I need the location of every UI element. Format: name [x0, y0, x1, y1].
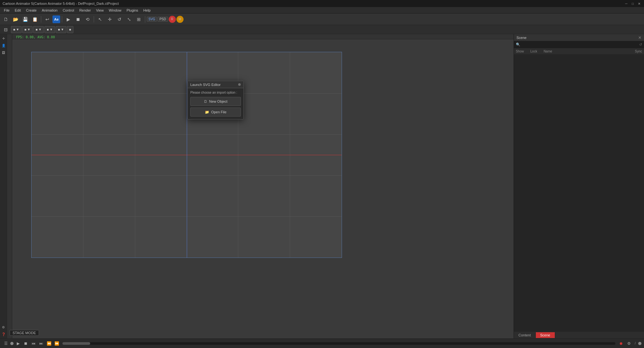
- menu-view[interactable]: View: [93, 8, 106, 13]
- select-tool[interactable]: ↖: [96, 15, 105, 24]
- timeline-step-forward[interactable]: ⏭: [38, 340, 44, 347]
- timeline-rewind[interactable]: ⏪: [46, 340, 52, 347]
- menu-plugins[interactable]: Plugins: [124, 8, 141, 13]
- menu-edit[interactable]: Edit: [12, 8, 24, 13]
- scene-panel-header: Scene ✕: [514, 34, 644, 41]
- sec-btn-1[interactable]: ■ ▼: [11, 26, 22, 33]
- menu-control[interactable]: Control: [60, 8, 77, 13]
- scene-search-input[interactable]: [522, 43, 638, 47]
- scene-columns: Show Lock Name Sync: [514, 48, 644, 55]
- secondary-toolbar: ⊟ ■ ▼ ■ ▼ ■ ▼ ■ ▼ ■ ▼ ■: [0, 25, 644, 34]
- sec-btn-6[interactable]: ■: [67, 26, 73, 33]
- separator-1: [41, 16, 41, 23]
- timeline-play-button[interactable]: ▶: [15, 340, 21, 347]
- sec-btn-4[interactable]: ■ ▼: [44, 26, 55, 33]
- save-as-button[interactable]: 📋: [30, 15, 39, 24]
- menu-help[interactable]: Help: [141, 8, 153, 13]
- move-tool[interactable]: ✛: [105, 15, 114, 24]
- svg-dialog-close-button[interactable]: ⊗: [238, 82, 241, 87]
- stage[interactable]: [31, 52, 342, 258]
- grid-view-button[interactable]: ⊟: [1, 25, 10, 34]
- scene-panel-title: Scene: [516, 36, 526, 40]
- undo-button[interactable]: ↩: [43, 15, 52, 24]
- center-vertical-line: [187, 52, 187, 258]
- new-button[interactable]: 🗋: [1, 15, 10, 24]
- document-icon: 🗋: [204, 99, 207, 103]
- sidebar-tool-5[interactable]: ❓: [1, 331, 6, 337]
- sidebar-tool-4[interactable]: ⚙: [1, 324, 6, 330]
- svg-badge[interactable]: SVG: [147, 17, 157, 22]
- timeline-track[interactable]: [62, 342, 615, 345]
- menu-window[interactable]: Window: [106, 8, 124, 13]
- bottom-tabs: Content Scene: [514, 331, 644, 338]
- save-button[interactable]: 💾: [21, 15, 30, 24]
- reallusion-icon[interactable]: R: [169, 16, 176, 23]
- fps-display: FPS: 0.00, AVG: 0.00: [16, 35, 55, 39]
- svg-editor-dialog[interactable]: Launch SVG Editor ⊗ Please choose an imp…: [187, 81, 244, 119]
- sec-btn-2[interactable]: ■ ▼: [22, 26, 33, 33]
- separator-4: [145, 16, 145, 23]
- scale-tool[interactable]: ⤡: [125, 15, 134, 24]
- tab-content[interactable]: Content: [514, 332, 536, 338]
- timeline-stop-button[interactable]: ⏹: [23, 340, 29, 347]
- rotate-tool[interactable]: ↺: [115, 15, 124, 24]
- main-toolbar: 🗋 📂 💾 📋 ↩ Ae ▶ ⏹ ⟲ ↖ ✛ ↺ ⤡ ⊞ SVG PSD R M: [0, 14, 644, 25]
- svg-dialog-body: Please choose an import option : 🗋 New O…: [188, 88, 243, 119]
- timeline-list-button[interactable]: ☰: [3, 340, 9, 347]
- stage-mode-label: STAGE MODE: [10, 330, 39, 336]
- timeline-indicator[interactable]: [10, 342, 14, 345]
- stop-button[interactable]: ⏹: [73, 15, 82, 24]
- maximize-button[interactable]: □: [630, 1, 635, 6]
- tab-scene[interactable]: Scene: [536, 332, 555, 338]
- marketplace-icon[interactable]: M: [176, 16, 184, 23]
- sidebar-tool-2[interactable]: 👤: [1, 42, 6, 48]
- scene-refresh-icon[interactable]: ↺: [639, 42, 642, 47]
- col-show: Show: [516, 50, 524, 53]
- scene-panel-close-icon[interactable]: ✕: [638, 35, 641, 40]
- window-controls: ─ □ ✕: [624, 1, 641, 6]
- window-title: Cartoon Animator 5(Cartoon Animator 5-64…: [3, 2, 119, 5]
- svg-dialog-title: Launch SVG Editor: [190, 83, 221, 87]
- canvas-area[interactable]: FPS: 0.00, AVG: 0.00 STAGE MODE: [7, 34, 514, 338]
- ae-icon[interactable]: Ae: [52, 15, 60, 23]
- new-object-button[interactable]: 🗋 New Object: [190, 97, 241, 106]
- psd-badge[interactable]: PSD: [157, 17, 168, 22]
- separator-3: [94, 16, 94, 23]
- col-lock: Lock: [530, 50, 537, 53]
- sec-btn-3[interactable]: ■ ▼: [33, 26, 44, 33]
- content-area: ✛ 👤 🖼 ⚙ ❓ FPS: 0.00, AVG: 0.00: [0, 34, 644, 338]
- frame-separator: /: [635, 342, 636, 345]
- open-file-label: Open File: [211, 110, 227, 114]
- timeline-progress: [62, 342, 90, 345]
- sidebar-tool-3[interactable]: 🖼: [1, 50, 6, 55]
- open-button[interactable]: 📂: [11, 15, 20, 24]
- folder-icon: 📁: [205, 110, 209, 114]
- rewind-button[interactable]: ⟲: [83, 15, 92, 24]
- menu-create[interactable]: Create: [24, 8, 39, 13]
- close-button[interactable]: ✕: [637, 1, 641, 6]
- menu-render[interactable]: Render: [77, 8, 93, 13]
- svg-dialog-prompt: Please choose an import option :: [190, 91, 241, 94]
- open-file-button[interactable]: 📁 Open File: [190, 108, 241, 117]
- sidebar-tool-1[interactable]: ✛: [1, 35, 6, 41]
- play-button[interactable]: ▶: [64, 15, 73, 24]
- menu-animation[interactable]: Animation: [39, 8, 60, 13]
- title-bar: Cartoon Animator 5(Cartoon Animator 5-64…: [0, 0, 644, 7]
- vertical-ruler: [7, 34, 12, 338]
- minimize-button[interactable]: ─: [624, 1, 629, 6]
- col-name: Name: [544, 50, 552, 53]
- right-panel: Scene ✕ 🔍 ↺ Show Lock Name Sync Content …: [514, 34, 644, 338]
- left-sidebar: ✛ 👤 🖼 ⚙ ❓: [0, 34, 7, 338]
- timeline-step-back[interactable]: ⏮: [30, 340, 37, 347]
- timeline-settings[interactable]: ⚙: [626, 340, 632, 347]
- timeline-fast-forward[interactable]: ⏩: [53, 340, 60, 347]
- new-object-label: New Object: [209, 99, 228, 103]
- horizontal-ruler: [7, 34, 514, 39]
- scene-search: 🔍 ↺: [514, 41, 644, 48]
- timeline-record[interactable]: ⏺: [618, 340, 624, 347]
- menu-file[interactable]: File: [1, 8, 12, 13]
- sec-btn-5[interactable]: ■ ▼: [56, 26, 66, 33]
- grid-tool[interactable]: ⊞: [134, 15, 143, 24]
- search-icon: 🔍: [516, 42, 520, 47]
- timeline-end-indicator[interactable]: [638, 342, 641, 345]
